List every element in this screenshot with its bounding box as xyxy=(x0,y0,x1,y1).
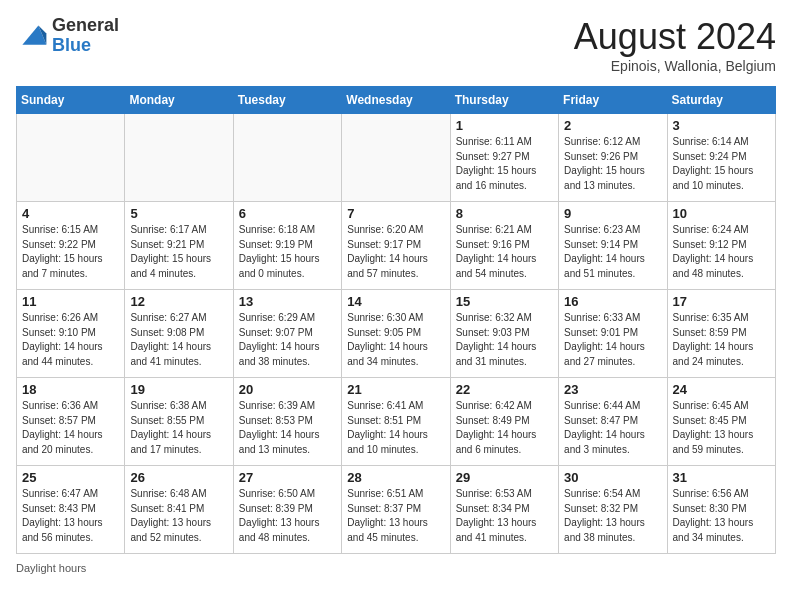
day-cell: 4Sunrise: 6:15 AM Sunset: 9:22 PM Daylig… xyxy=(17,202,125,290)
column-header-wednesday: Wednesday xyxy=(342,87,450,114)
day-number: 22 xyxy=(456,382,553,397)
day-number: 23 xyxy=(564,382,661,397)
day-number: 18 xyxy=(22,382,119,397)
day-info: Sunrise: 6:47 AM Sunset: 8:43 PM Dayligh… xyxy=(22,487,119,545)
day-number: 2 xyxy=(564,118,661,133)
column-header-sunday: Sunday xyxy=(17,87,125,114)
day-cell: 20Sunrise: 6:39 AM Sunset: 8:53 PM Dayli… xyxy=(233,378,341,466)
month-year-title: August 2024 xyxy=(574,16,776,58)
logo-blue-text: Blue xyxy=(52,35,91,55)
day-info: Sunrise: 6:36 AM Sunset: 8:57 PM Dayligh… xyxy=(22,399,119,457)
day-number: 16 xyxy=(564,294,661,309)
location-subtitle: Epinois, Wallonia, Belgium xyxy=(574,58,776,74)
calendar-body: 1Sunrise: 6:11 AM Sunset: 9:27 PM Daylig… xyxy=(17,114,776,554)
day-number: 17 xyxy=(673,294,770,309)
day-info: Sunrise: 6:42 AM Sunset: 8:49 PM Dayligh… xyxy=(456,399,553,457)
day-cell: 23Sunrise: 6:44 AM Sunset: 8:47 PM Dayli… xyxy=(559,378,667,466)
day-cell: 28Sunrise: 6:51 AM Sunset: 8:37 PM Dayli… xyxy=(342,466,450,554)
footer: Daylight hours xyxy=(16,562,776,574)
day-number: 19 xyxy=(130,382,227,397)
day-number: 25 xyxy=(22,470,119,485)
logo-general-text: General xyxy=(52,15,119,35)
column-header-thursday: Thursday xyxy=(450,87,558,114)
day-cell: 11Sunrise: 6:26 AM Sunset: 9:10 PM Dayli… xyxy=(17,290,125,378)
day-info: Sunrise: 6:29 AM Sunset: 9:07 PM Dayligh… xyxy=(239,311,336,369)
day-cell: 10Sunrise: 6:24 AM Sunset: 9:12 PM Dayli… xyxy=(667,202,775,290)
day-number: 1 xyxy=(456,118,553,133)
day-cell xyxy=(125,114,233,202)
day-cell: 16Sunrise: 6:33 AM Sunset: 9:01 PM Dayli… xyxy=(559,290,667,378)
week-row-3: 11Sunrise: 6:26 AM Sunset: 9:10 PM Dayli… xyxy=(17,290,776,378)
day-number: 28 xyxy=(347,470,444,485)
day-cell: 30Sunrise: 6:54 AM Sunset: 8:32 PM Dayli… xyxy=(559,466,667,554)
day-number: 29 xyxy=(456,470,553,485)
day-number: 10 xyxy=(673,206,770,221)
day-cell: 5Sunrise: 6:17 AM Sunset: 9:21 PM Daylig… xyxy=(125,202,233,290)
day-info: Sunrise: 6:11 AM Sunset: 9:27 PM Dayligh… xyxy=(456,135,553,193)
day-cell: 17Sunrise: 6:35 AM Sunset: 8:59 PM Dayli… xyxy=(667,290,775,378)
week-row-2: 4Sunrise: 6:15 AM Sunset: 9:22 PM Daylig… xyxy=(17,202,776,290)
day-cell: 26Sunrise: 6:48 AM Sunset: 8:41 PM Dayli… xyxy=(125,466,233,554)
day-info: Sunrise: 6:51 AM Sunset: 8:37 PM Dayligh… xyxy=(347,487,444,545)
day-number: 9 xyxy=(564,206,661,221)
week-row-5: 25Sunrise: 6:47 AM Sunset: 8:43 PM Dayli… xyxy=(17,466,776,554)
day-cell: 19Sunrise: 6:38 AM Sunset: 8:55 PM Dayli… xyxy=(125,378,233,466)
week-row-4: 18Sunrise: 6:36 AM Sunset: 8:57 PM Dayli… xyxy=(17,378,776,466)
column-header-saturday: Saturday xyxy=(667,87,775,114)
day-number: 27 xyxy=(239,470,336,485)
day-info: Sunrise: 6:18 AM Sunset: 9:19 PM Dayligh… xyxy=(239,223,336,281)
day-info: Sunrise: 6:20 AM Sunset: 9:17 PM Dayligh… xyxy=(347,223,444,281)
day-info: Sunrise: 6:27 AM Sunset: 9:08 PM Dayligh… xyxy=(130,311,227,369)
day-cell: 9Sunrise: 6:23 AM Sunset: 9:14 PM Daylig… xyxy=(559,202,667,290)
daylight-hours-label: Daylight hours xyxy=(16,562,86,574)
calendar-header: SundayMondayTuesdayWednesdayThursdayFrid… xyxy=(17,87,776,114)
day-number: 30 xyxy=(564,470,661,485)
day-number: 15 xyxy=(456,294,553,309)
day-info: Sunrise: 6:56 AM Sunset: 8:30 PM Dayligh… xyxy=(673,487,770,545)
day-number: 8 xyxy=(456,206,553,221)
day-info: Sunrise: 6:44 AM Sunset: 8:47 PM Dayligh… xyxy=(564,399,661,457)
day-info: Sunrise: 6:38 AM Sunset: 8:55 PM Dayligh… xyxy=(130,399,227,457)
day-cell xyxy=(17,114,125,202)
day-number: 5 xyxy=(130,206,227,221)
day-info: Sunrise: 6:41 AM Sunset: 8:51 PM Dayligh… xyxy=(347,399,444,457)
day-number: 13 xyxy=(239,294,336,309)
day-cell: 14Sunrise: 6:30 AM Sunset: 9:05 PM Dayli… xyxy=(342,290,450,378)
day-cell: 12Sunrise: 6:27 AM Sunset: 9:08 PM Dayli… xyxy=(125,290,233,378)
day-info: Sunrise: 6:45 AM Sunset: 8:45 PM Dayligh… xyxy=(673,399,770,457)
day-info: Sunrise: 6:23 AM Sunset: 9:14 PM Dayligh… xyxy=(564,223,661,281)
day-cell xyxy=(233,114,341,202)
day-cell: 15Sunrise: 6:32 AM Sunset: 9:03 PM Dayli… xyxy=(450,290,558,378)
day-number: 26 xyxy=(130,470,227,485)
day-info: Sunrise: 6:15 AM Sunset: 9:22 PM Dayligh… xyxy=(22,223,119,281)
day-info: Sunrise: 6:26 AM Sunset: 9:10 PM Dayligh… xyxy=(22,311,119,369)
day-cell: 21Sunrise: 6:41 AM Sunset: 8:51 PM Dayli… xyxy=(342,378,450,466)
day-info: Sunrise: 6:14 AM Sunset: 9:24 PM Dayligh… xyxy=(673,135,770,193)
logo: General Blue xyxy=(16,16,119,56)
logo-icon xyxy=(16,22,48,50)
day-cell: 7Sunrise: 6:20 AM Sunset: 9:17 PM Daylig… xyxy=(342,202,450,290)
day-info: Sunrise: 6:24 AM Sunset: 9:12 PM Dayligh… xyxy=(673,223,770,281)
day-cell: 24Sunrise: 6:45 AM Sunset: 8:45 PM Dayli… xyxy=(667,378,775,466)
day-cell: 25Sunrise: 6:47 AM Sunset: 8:43 PM Dayli… xyxy=(17,466,125,554)
calendar-table: SundayMondayTuesdayWednesdayThursdayFrid… xyxy=(16,86,776,554)
day-cell: 31Sunrise: 6:56 AM Sunset: 8:30 PM Dayli… xyxy=(667,466,775,554)
week-row-1: 1Sunrise: 6:11 AM Sunset: 9:27 PM Daylig… xyxy=(17,114,776,202)
day-cell xyxy=(342,114,450,202)
day-info: Sunrise: 6:50 AM Sunset: 8:39 PM Dayligh… xyxy=(239,487,336,545)
day-info: Sunrise: 6:17 AM Sunset: 9:21 PM Dayligh… xyxy=(130,223,227,281)
day-cell: 13Sunrise: 6:29 AM Sunset: 9:07 PM Dayli… xyxy=(233,290,341,378)
day-info: Sunrise: 6:30 AM Sunset: 9:05 PM Dayligh… xyxy=(347,311,444,369)
day-cell: 18Sunrise: 6:36 AM Sunset: 8:57 PM Dayli… xyxy=(17,378,125,466)
day-info: Sunrise: 6:32 AM Sunset: 9:03 PM Dayligh… xyxy=(456,311,553,369)
header-row: SundayMondayTuesdayWednesdayThursdayFrid… xyxy=(17,87,776,114)
day-number: 20 xyxy=(239,382,336,397)
day-info: Sunrise: 6:33 AM Sunset: 9:01 PM Dayligh… xyxy=(564,311,661,369)
day-number: 3 xyxy=(673,118,770,133)
day-number: 21 xyxy=(347,382,444,397)
day-cell: 27Sunrise: 6:50 AM Sunset: 8:39 PM Dayli… xyxy=(233,466,341,554)
day-info: Sunrise: 6:21 AM Sunset: 9:16 PM Dayligh… xyxy=(456,223,553,281)
column-header-tuesday: Tuesday xyxy=(233,87,341,114)
day-number: 24 xyxy=(673,382,770,397)
day-cell: 29Sunrise: 6:53 AM Sunset: 8:34 PM Dayli… xyxy=(450,466,558,554)
